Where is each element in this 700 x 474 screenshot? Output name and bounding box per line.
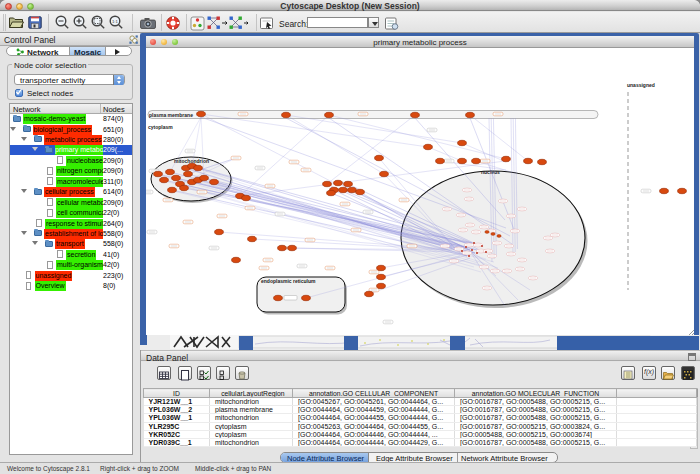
svg-text:1:1: 1:1 [112,19,118,24]
svg-text:plasma membrane: plasma membrane [149,112,193,118]
svg-text:cytoplasm: cytoplasm [148,124,173,130]
svg-text:unassigned: unassigned [627,82,655,88]
svg-text:endoplasmic reticulum: endoplasmic reticulum [261,278,316,284]
